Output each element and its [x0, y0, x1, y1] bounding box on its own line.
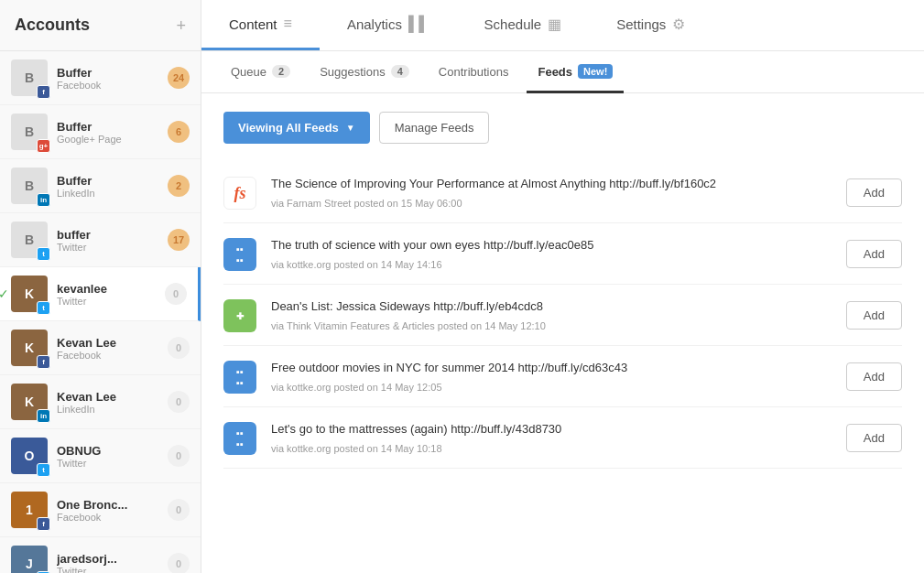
add-to-queue-button[interactable]: Add — [846, 424, 902, 452]
sidebar-item-buffer-li[interactable]: B in Buffer LinkedIn 2 — [0, 159, 201, 213]
account-avatar: K f — [11, 330, 48, 366]
sub-tab-queue[interactable]: Queue2 — [220, 52, 301, 93]
sidebar-item-buffer-tw[interactable]: B t buffer Twitter 17 — [0, 213, 201, 267]
account-name: Buffer — [57, 174, 168, 188]
sidebar-item-kevanlee-li[interactable]: K in Kevan Lee LinkedIn 0 — [0, 375, 201, 429]
viewing-label: Viewing All Feeds — [238, 121, 339, 135]
new-badge: New! — [578, 64, 613, 79]
social-badge-tw: t — [37, 247, 50, 261]
account-platform: Google+ Page — [57, 134, 168, 145]
account-name: Buffer — [57, 66, 168, 80]
viewing-all-feeds-button[interactable]: Viewing All Feeds ▼ — [223, 112, 370, 144]
settings-label: Settings — [616, 16, 666, 32]
sidebar-item-kevanlee-tw[interactable]: ✓ K t kevanlee Twitter 0 — [0, 267, 201, 321]
social-badge-fb: f — [37, 355, 50, 369]
feed-body: Free outdoor movies in NYC for summer 20… — [271, 359, 832, 393]
manage-feeds-button[interactable]: Manage Feeds — [379, 112, 490, 144]
account-platform: Facebook — [57, 80, 168, 91]
account-platform: Facebook — [57, 350, 168, 361]
dropdown-arrow-icon: ▼ — [346, 123, 355, 133]
nav-tab-analytics[interactable]: Analytics ▌▌ — [320, 0, 457, 50]
account-info: jaredsorj... Twitter — [57, 552, 168, 574]
sub-tab-suggestions[interactable]: Suggestions4 — [309, 52, 420, 93]
account-avatar: J t — [11, 546, 48, 573]
social-badge-li: in — [37, 409, 50, 423]
sub-tab-contributions[interactable]: Contributions — [428, 52, 520, 93]
sub-tab-count-badge: 2 — [272, 65, 290, 78]
sub-tab-count-badge: 4 — [391, 65, 409, 78]
account-platform: Twitter — [57, 296, 165, 307]
social-badge-fb: f — [37, 85, 50, 99]
account-count-badge: 0 — [168, 499, 190, 521]
account-avatar: 1 f — [11, 492, 48, 528]
add-to-queue-button[interactable]: Add — [846, 301, 902, 330]
account-platform: Facebook — [57, 512, 168, 523]
account-count-badge: 0 — [165, 283, 187, 305]
kottke-source-icon: ▪▪▪▪ — [223, 238, 256, 271]
account-count-badge: 24 — [168, 67, 190, 89]
content-label: Content — [229, 16, 277, 32]
sidebar-header: Accounts + — [0, 0, 201, 51]
sidebar: Accounts + B f Buffer Facebook 24 B g+ B… — [0, 0, 201, 573]
sub-tab-label: Feeds — [538, 65, 572, 79]
account-info: kevanlee Twitter — [57, 282, 165, 307]
kottke-source-icon: ▪▪▪▪ — [223, 361, 256, 394]
tv-source-icon: ✚ — [223, 299, 256, 332]
account-info: OBNUG Twitter — [57, 444, 168, 469]
analytics-icon: ▌▌ — [408, 16, 429, 32]
feed-text: Let's go to the mattresses (again) http:… — [271, 420, 832, 438]
top-nav: Content ≡Analytics ▌▌Schedule ▦Settings … — [201, 0, 924, 51]
account-avatar: K t — [11, 276, 48, 312]
account-info: Buffer Google+ Page — [57, 120, 168, 145]
sidebar-item-onebronc-fb[interactable]: 1 f One Bronc... Facebook 0 — [0, 483, 201, 537]
sub-tab-label: Contributions — [439, 65, 509, 79]
sub-nav: Queue2Suggestions4ContributionsFeedsNew! — [201, 51, 924, 93]
social-badge-gplus: g+ — [37, 139, 50, 153]
feed-body: Let's go to the mattresses (again) http:… — [271, 420, 832, 454]
sidebar-item-buffer-fb[interactable]: B f Buffer Facebook 24 — [0, 51, 201, 105]
add-account-button[interactable]: + — [176, 17, 186, 34]
sidebar-item-obnug-tw[interactable]: O t OBNUG Twitter 0 — [0, 429, 201, 483]
nav-tab-schedule[interactable]: Schedule ▦ — [457, 0, 590, 50]
account-info: Kevan Lee LinkedIn — [57, 390, 168, 415]
sidebar-item-jaredsorb-tw[interactable]: J t jaredsorj... Twitter 0 — [0, 537, 201, 573]
feed-body: The Science of Improving Your Performanc… — [271, 175, 832, 209]
feed-text: The Science of Improving Your Performanc… — [271, 175, 832, 193]
add-to-queue-button[interactable]: Add — [846, 178, 902, 207]
social-badge-fb: f — [37, 517, 50, 531]
account-name: OBNUG — [57, 444, 168, 458]
feed-text: The truth of science with your own eyes … — [271, 236, 832, 254]
feed-item: ✚ Dean's List: Jessica Sideways http://b… — [223, 285, 902, 346]
social-badge-tw: t — [37, 463, 50, 477]
feed-meta: via kottke.org posted on 14 May 12:05 — [271, 382, 832, 393]
nav-tab-content[interactable]: Content ≡ — [201, 0, 320, 50]
feed-item: ▪▪▪▪ Free outdoor movies in NYC for summ… — [223, 346, 902, 407]
analytics-label: Analytics — [347, 16, 402, 32]
account-info: Buffer LinkedIn — [57, 174, 168, 199]
feed-meta: via kottke.org posted on 14 May 14:16 — [271, 259, 832, 270]
add-to-queue-button[interactable]: Add — [846, 240, 902, 268]
account-platform: Twitter — [57, 566, 168, 574]
account-avatar: B t — [11, 222, 48, 258]
kottke-source-icon: ▪▪▪▪ — [223, 422, 256, 455]
feed-text: Free outdoor movies in NYC for summer 20… — [271, 359, 832, 377]
sidebar-item-buffer-gp[interactable]: B g+ Buffer Google+ Page 6 — [0, 105, 201, 159]
account-platform: Twitter — [57, 242, 168, 253]
sub-tab-feeds[interactable]: FeedsNew! — [527, 52, 624, 93]
nav-tab-settings[interactable]: Settings ⚙ — [589, 0, 712, 50]
sub-tab-label: Suggestions — [320, 65, 386, 79]
feed-item: ▪▪▪▪ Let's go to the mattresses (again) … — [223, 407, 902, 469]
feed-body: The truth of science with your own eyes … — [271, 236, 832, 270]
account-list: B f Buffer Facebook 24 B g+ Buffer Googl… — [0, 51, 201, 573]
content-icon: ≡ — [284, 16, 292, 32]
account-avatar: B in — [11, 168, 48, 204]
feed-meta: via Farnam Street posted on 15 May 06:00 — [271, 198, 832, 209]
account-name: buffer — [57, 228, 168, 242]
account-avatar: B g+ — [11, 114, 48, 150]
add-to-queue-button[interactable]: Add — [846, 362, 902, 391]
settings-icon: ⚙ — [672, 16, 685, 33]
account-count-badge: 0 — [168, 445, 190, 467]
account-count-badge: 0 — [168, 553, 190, 573]
schedule-icon: ▦ — [548, 16, 561, 33]
sidebar-item-kevanlee-fb[interactable]: K f Kevan Lee Facebook 0 — [0, 321, 201, 375]
